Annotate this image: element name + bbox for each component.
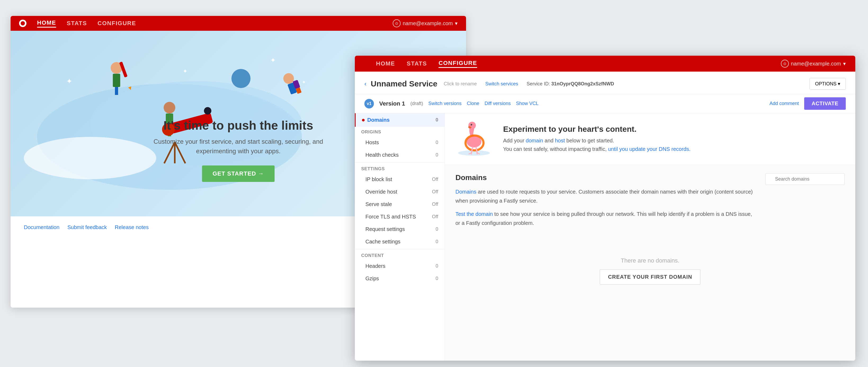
version-bar-right: Add comment ACTIVATE [770, 97, 846, 110]
documentation-link[interactable]: Documentation [24, 224, 60, 230]
clone-link[interactable]: Clone [467, 101, 479, 106]
sidebar-item-health-checks[interactable]: Health checks 0 [355, 149, 444, 161]
click-rename-label[interactable]: Click to rename [444, 81, 477, 87]
sidebar-domains-count: 0 [436, 117, 438, 123]
svg-point-13 [164, 102, 175, 113]
version-bar: v1 Version 1 (draft) Switch versions Clo… [355, 94, 855, 113]
hero-subtitle: Customize your first service, and start … [146, 137, 331, 156]
svg-point-29 [470, 124, 472, 125]
bg-nav-home[interactable]: HOME [37, 19, 56, 28]
search-container: 🔍 [765, 173, 845, 190]
sidebar-item-gzips[interactable]: Gzips 0 [355, 272, 444, 285]
add-comment-link[interactable]: Add comment [770, 101, 799, 106]
version-text: Version 1 [379, 100, 405, 107]
no-domains-container: There are no domains. CREATE YOUR FIRST … [456, 236, 845, 292]
svg-point-7 [231, 69, 250, 88]
sidebar-hosts-count: 0 [436, 140, 438, 145]
host-link[interactable]: host [555, 138, 565, 143]
right-content: Experiment to your heart's content. Add … [445, 113, 855, 361]
domains-dot [362, 119, 365, 121]
fg-nav-home[interactable]: HOME [376, 60, 395, 67]
create-first-domain-button[interactable]: CREATE YOUR FIRST DOMAIN [600, 270, 701, 285]
sidebar-domains-label: Domains [367, 117, 390, 123]
release-notes-link[interactable]: Release notes [115, 224, 149, 230]
sidebar-item-override-host[interactable]: Override host Off [355, 186, 444, 198]
switch-versions-link[interactable]: Switch versions [428, 101, 462, 106]
welcome-desc2: You can test safely, without impacting t… [503, 145, 690, 153]
version-badge: v1 [364, 99, 374, 109]
sidebar-category-settings: Settings [355, 164, 444, 173]
welcome-title: Experiment to your heart's content. [503, 124, 690, 134]
sidebar-item-request-settings[interactable]: Request settings 0 [355, 223, 444, 235]
sidebar-divider-2 [355, 249, 444, 249]
bg-nav-right: ⊙ name@example.com ▾ [393, 19, 458, 27]
sidebar-force-tls-value: Off [432, 214, 438, 220]
domains-link[interactable]: Domains [456, 189, 476, 195]
fg-user-email: name@example.com [791, 61, 841, 67]
sidebar-category-origins: Origins [355, 127, 444, 136]
activate-button[interactable]: ACTIVATE [804, 97, 846, 110]
sidebar-ip-block-label: IP block list [365, 176, 392, 182]
submit-feedback-link[interactable]: Submit feedback [67, 224, 107, 230]
sidebar-item-cache-settings[interactable]: Cache settings 0 [355, 235, 444, 248]
sidebar-override-host-value: Off [432, 189, 438, 195]
domain-link[interactable]: domain [526, 138, 544, 143]
sidebar-override-host-label: Override host [365, 189, 397, 195]
sidebar-health-checks-label: Health checks [365, 152, 399, 158]
sidebar-item-domains[interactable]: Domains 0 [355, 113, 444, 127]
show-vcl-link[interactable]: Show VCL [516, 101, 538, 106]
sidebar-cache-settings-label: Cache settings [365, 239, 400, 245]
logo-inner [21, 21, 25, 25]
svg-text:✦: ✦ [66, 77, 72, 85]
svg-text:✦: ✦ [270, 56, 276, 64]
fg-nav-bar: HOME STATS CONFIGURE ⊙ name@example.com … [355, 56, 855, 72]
fg-nav-right: ⊙ name@example.com ▾ [781, 60, 846, 67]
sidebar-request-settings-count: 0 [436, 226, 438, 232]
sidebar-item-ip-block-list[interactable]: IP block list Off [355, 173, 444, 186]
sidebar-request-settings-label: Request settings [365, 226, 405, 232]
search-domains-input[interactable] [765, 173, 845, 185]
sidebar-headers-label: Headers [365, 263, 385, 269]
get-started-button[interactable]: GET STARTED → [202, 166, 275, 182]
back-arrow-icon[interactable]: ‹ [364, 80, 367, 87]
fg-user-icon: ⊙ [781, 60, 789, 67]
diff-versions-link[interactable]: Diff versions [485, 101, 511, 106]
service-name[interactable]: Unnamed Service [371, 79, 437, 88]
sidebar-cache-settings-count: 0 [436, 239, 438, 245]
no-domains-text: There are no domains. [456, 247, 845, 270]
sidebar-category-content: Content [355, 250, 444, 260]
welcome-banner: Experiment to your heart's content. Add … [445, 113, 855, 165]
bg-user-chevron: ▾ [455, 20, 458, 27]
svg-text:✦: ✦ [183, 68, 187, 75]
service-header: ‹ Unnamed Service Click to rename Switch… [355, 72, 855, 94]
service-id-label: Service ID: 31nOyprQQ8Ong2xSzfNWD [527, 81, 614, 87]
domains-description-2: Test the domain to see how your service … [456, 209, 755, 227]
sidebar-item-hosts[interactable]: Hosts 0 [355, 136, 444, 149]
fg-window: HOME STATS CONFIGURE ⊙ name@example.com … [355, 56, 855, 361]
bg-nav-configure[interactable]: CONFIGURE [97, 20, 136, 27]
switch-services-link[interactable]: Switch services [485, 81, 518, 87]
fg-nav-stats[interactable]: STATS [407, 60, 427, 67]
sidebar-item-force-tls[interactable]: Force TLS and HSTS Off [355, 210, 444, 223]
sidebar-item-headers[interactable]: Headers 0 [355, 260, 444, 272]
fg-nav-configure[interactable]: CONFIGURE [438, 60, 477, 68]
dns-link[interactable]: until you update your DNS records. [608, 146, 690, 152]
sidebar-ip-block-value: Off [432, 177, 438, 182]
bg-nav-bar: HOME STATS CONFIGURE ⊙ name@example.com … [10, 16, 466, 31]
svg-point-2 [24, 137, 156, 179]
welcome-desc1: Add your domain and host below to get st… [503, 136, 690, 145]
test-domain-link[interactable]: Test the domain [456, 211, 493, 217]
sidebar-item-serve-stale[interactable]: Serve stale Off [355, 198, 444, 210]
sidebar-gzips-count: 0 [436, 276, 438, 281]
domains-description-1: Domains are used to route requests to yo… [456, 187, 755, 205]
service-header-left: ‹ Unnamed Service Click to rename Switch… [364, 79, 614, 88]
hero-content: It's time to push the limits Customize y… [146, 118, 331, 182]
domains-panel-title: Domains [456, 173, 755, 182]
sidebar-divider-1 [355, 162, 444, 163]
fastly-logo [19, 20, 27, 27]
bg-nav-stats[interactable]: STATS [67, 20, 87, 27]
version-draft: (draft) [410, 101, 423, 106]
options-button[interactable]: OPTIONS ▾ [809, 78, 846, 90]
sidebar-gzips-label: Gzips [365, 276, 379, 282]
welcome-text: Experiment to your heart's content. Add … [503, 124, 690, 153]
